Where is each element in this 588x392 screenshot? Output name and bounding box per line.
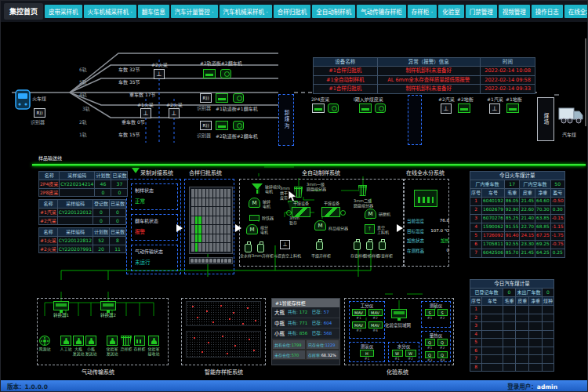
table-row[interactable]: #2火采CY2202079912011: [39, 245, 126, 253]
weighbridge-screen-icon[interactable]: [216, 93, 228, 103]
alarm-row[interactable]: #1全自动制样机AL 6mm全水存查样质量超低限报警2022-02-14 09:…: [314, 75, 535, 84]
alarm-row[interactable]: #1合样归批机制样机卸料未准备好2022-02-14 10:08: [314, 67, 535, 75]
grinder-icon[interactable]: [365, 209, 376, 219]
home-tab[interactable]: 集控首页: [4, 3, 43, 20]
diagram-label: 4轨: [79, 92, 87, 97]
camera-icon[interactable]: [220, 69, 231, 78]
table-row[interactable]: 2P8皮采00: [39, 188, 128, 197]
diagram-label: #1火采: [137, 102, 154, 107]
truck-weigh-row[interactable]: 5: [470, 339, 554, 347]
truck-sampler-icon[interactable]: [441, 103, 452, 114]
pneumatic-station[interactable]: 小瓶 发送站: [84, 336, 98, 356]
cabinet-footer-cell: 共有仓位:1799: [272, 339, 306, 350]
pneumatic-station[interactable]: 化验室 接收站: [147, 336, 161, 356]
converter[interactable]: 转换器2: [96, 301, 120, 318]
lab-device[interactable]: Q#3: [425, 351, 435, 362]
converter[interactable]: 转换器1: [49, 301, 73, 318]
camera-icon[interactable]: [375, 103, 386, 113]
diagram-label: 火车煤: [32, 96, 46, 101]
lab-device[interactable]: S#1: [425, 309, 435, 320]
cabinet-footer-cell: 存样率:68.32%: [306, 350, 339, 360]
lab-device[interactable]: W#2: [405, 350, 416, 361]
nav-button[interactable]: 合样归批机: [274, 5, 311, 18]
truck-weigh-row[interactable]: 7: [470, 355, 554, 364]
camera-icon[interactable]: [328, 103, 339, 113]
truck-sampler-icon[interactable]: [489, 103, 500, 114]
feed-funnel-icon: [252, 183, 263, 194]
lab-device[interactable]: H#1: [360, 350, 374, 361]
equipment-label: 样品缩分器: [328, 227, 348, 231]
belt-sampler-screen-icon[interactable]: [359, 103, 372, 113]
table-row[interactable]: 2P4皮采CY2202142144637: [39, 180, 128, 188]
nav-button[interactable]: 视频管理: [499, 5, 530, 18]
status-row: 在测样品0: [407, 248, 449, 254]
table-row[interactable]: #1火采CY220122812528: [39, 236, 126, 245]
truck-weigh-row[interactable]: 1: [470, 306, 554, 314]
train-weigh-row[interactable]: 2160267992.9022.6070.300.30: [470, 206, 565, 215]
truck-weigh-row[interactable]: 6: [470, 347, 554, 355]
nav-button[interactable]: 化验室: [438, 5, 464, 18]
lab-device[interactable]: MAV#3: [352, 321, 366, 332]
belt-sampler-screen-icon[interactable]: [312, 103, 325, 113]
truck-scale-screen-icon[interactable]: [506, 103, 519, 113]
lab-device[interactable]: MAV#4: [368, 321, 383, 332]
moisture-analyzer-icon[interactable]: [414, 190, 437, 207]
nav-button[interactable]: 汽车计量管控 ·: [171, 5, 218, 18]
nav-button[interactable]: 皮带采样机: [45, 5, 82, 18]
camera-icon[interactable]: [233, 121, 244, 130]
lab-device[interactable]: W#1: [392, 350, 403, 361]
lab-device[interactable]: Q#1: [425, 339, 435, 350]
pneumatic-station[interactable]: 风源站: [38, 336, 52, 352]
truck-scale-screen-icon[interactable]: [458, 103, 470, 113]
weighbridge-screen-icon[interactable]: [203, 69, 216, 78]
rfid-reader-icon[interactable]: R)): [200, 121, 212, 130]
nav-button[interactable]: 操作日志: [532, 5, 563, 18]
sample-conveyor-line: [32, 164, 586, 166]
lab-device[interactable]: MAV#2: [368, 309, 383, 320]
weighbridge-screen-icon[interactable]: [216, 121, 228, 130]
train-weigh-row[interactable]: 3607027685.2521.4063.85-0.15: [470, 215, 565, 223]
pneumatic-station[interactable]: 存样柜: [132, 336, 147, 352]
nav-button[interactable]: 气动传输存样柜: [357, 5, 406, 18]
table-row[interactable]: #2汽采00: [39, 216, 126, 225]
truck-weigh-row[interactable]: 2: [470, 314, 554, 322]
truck-weigh-row[interactable]: 3: [470, 322, 554, 331]
dry-reject-bottle-icon: [316, 241, 323, 250]
alarm-row[interactable]: #1合样归批机制样机卸料未准备好2022-02-14 09:33: [314, 85, 535, 93]
crusher-motor-icon[interactable]: [249, 198, 260, 208]
nav-button[interactable]: 全自动制样机: [312, 5, 355, 18]
truck-weigh-row[interactable]: 8: [470, 363, 554, 372]
train-weigh-row[interactable]: 4159006291.5522.7068.85-1.15: [470, 223, 565, 232]
lab-device[interactable]: MAV#1: [352, 309, 366, 320]
scada-screen: 集控首页 皮带采样机火车机械采样机 ·翻车信息汽车计量管控 ·汽车机械采样机 ·…: [0, 0, 588, 392]
pneumatic-station[interactable]: 化验室 发送站: [105, 336, 119, 356]
train-sampler-icon[interactable]: [154, 69, 165, 79]
train-weigh-row[interactable]: 6170581192.5523.3069.25-0.75: [470, 241, 565, 249]
train-sampler-icon[interactable]: [140, 108, 151, 118]
nav-button[interactable]: 存样柜 ·: [408, 5, 437, 18]
nav-button[interactable]: 在线全水: [564, 5, 588, 18]
train-sampler-icon[interactable]: [169, 108, 180, 118]
calorimeter-group: 量热仪 Q#1Q#2Q#3Q#4: [421, 331, 451, 362]
lab-device[interactable]: Q#4: [437, 351, 448, 362]
nav-button[interactable]: 火车机械采样机 ·: [84, 5, 136, 18]
nav-button[interactable]: 汽车机械采样机 ·: [220, 5, 272, 18]
divider-motor-icon[interactable]: [246, 224, 258, 234]
station-icon: [60, 336, 71, 346]
nav-button[interactable]: 翻车信息: [138, 5, 169, 18]
train-coal-table: 今日火车煤计量 厂内重车数17 厂内空车数50 序号车号毛重 皮重净重盈亏 16…: [470, 171, 565, 258]
pneumatic-station[interactable]: 弃样柜: [119, 336, 133, 352]
train-weigh-row[interactable]: 7604250685.7021.4564.250.25: [470, 249, 565, 258]
lab-device[interactable]: S#2: [437, 309, 448, 320]
truck-weigh-row[interactable]: 4: [470, 330, 554, 339]
train-weigh-row[interactable]: 1604019286.0521.4564.60-0.50: [470, 198, 565, 206]
nav-button[interactable]: 门禁管理: [466, 5, 497, 18]
rfid-reader-icon[interactable]: R)): [200, 93, 212, 103]
lab-device[interactable]: Q#2: [437, 339, 448, 350]
camera-icon[interactable]: [233, 93, 244, 103]
rfid-reader-icon[interactable]: R)): [34, 108, 45, 118]
dryer-icon[interactable]: [321, 207, 340, 217]
sample-divider-icon[interactable]: [314, 220, 326, 230]
table-row[interactable]: #1汽采CY22012201200: [39, 208, 126, 216]
train-weigh-row[interactable]: 5172609291.4024.1567.25-1.75: [470, 232, 565, 241]
